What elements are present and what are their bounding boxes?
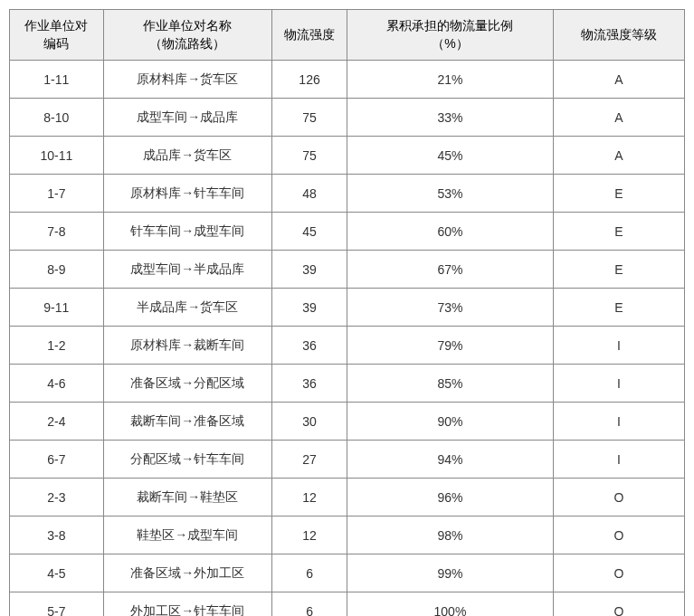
cell-name-text: 裁断车间→鞋垫区 [137, 489, 238, 504]
cell-name-text: 原材料库→货车区 [137, 71, 238, 86]
cell-percent-text: 53% [437, 186, 462, 201]
cell-strength: 12 [272, 516, 347, 554]
cell-strength-text: 75 [302, 148, 317, 163]
cell-percent: 21% [347, 61, 553, 99]
cell-grade-text: E [614, 262, 623, 277]
table-row: 9-11半成品库→货车区3973%E [10, 289, 685, 327]
cell-name-text: 分配区域→针车车间 [130, 451, 244, 466]
cell-percent: 94% [347, 441, 553, 479]
cell-grade-text: E [614, 300, 623, 315]
cell-code: 2-4 [10, 403, 104, 441]
table-row: 3-8鞋垫区→成型车间1298%O [10, 516, 685, 554]
table-row: 8-10成型车间→成品库7533%A [10, 99, 685, 137]
cell-code-text: 10-11 [40, 148, 72, 163]
cell-name: 原材料库→货车区 [103, 61, 272, 99]
cell-name: 成型车间→半成品库 [103, 251, 272, 289]
cell-code: 3-8 [10, 516, 104, 554]
cell-code-text: 7-8 [47, 224, 65, 239]
cell-grade-text: I [617, 452, 621, 467]
cell-percent: 98% [347, 516, 553, 554]
cell-name: 成品库→货车区 [103, 137, 272, 175]
table-row: 4-5准备区域→外加工区699%O [10, 554, 685, 592]
cell-strength: 48 [272, 175, 347, 213]
cell-code-text: 5-7 [47, 604, 65, 616]
cell-strength-text: 45 [302, 224, 317, 239]
header-row: 作业单位对 编码 作业单位对名称 （物流路线） 物流强度 累积承担的物流量比例 … [10, 10, 685, 61]
cell-grade-text: I [617, 414, 621, 429]
table-row: 2-4裁断车间→准备区域3090%I [10, 403, 685, 441]
cell-percent: 53% [347, 175, 553, 213]
header-name-line2: （物流路线） [149, 36, 225, 51]
cell-name: 准备区域→外加工区 [103, 554, 272, 592]
cell-name-text: 外加工区→针车车间 [130, 603, 244, 616]
cell-grade: E [553, 251, 684, 289]
logistics-table: 作业单位对 编码 作业单位对名称 （物流路线） 物流强度 累积承担的物流量比例 … [9, 9, 685, 616]
cell-code-text: 4-5 [47, 566, 65, 581]
cell-name: 原材料库→针车车间 [103, 175, 272, 213]
cell-name-text: 原材料库→裁断车间 [130, 337, 244, 352]
cell-code-text: 1-7 [47, 186, 65, 201]
cell-strength: 6 [272, 592, 347, 616]
cell-name-text: 半成品库→货车区 [137, 299, 238, 314]
cell-grade: O [553, 554, 684, 592]
cell-grade: O [553, 479, 684, 516]
cell-grade-text: O [614, 566, 624, 581]
header-percent-line1: 累积承担的物流量比例 [386, 18, 513, 33]
table-row: 2-3裁断车间→鞋垫区1296%O [10, 479, 685, 516]
cell-name: 原材料库→裁断车间 [103, 327, 272, 365]
cell-percent: 45% [347, 137, 553, 175]
cell-name: 准备区域→分配区域 [103, 365, 272, 403]
cell-percent-text: 67% [437, 262, 462, 277]
cell-strength: 39 [272, 251, 347, 289]
cell-grade: A [553, 61, 684, 99]
cell-percent: 96% [347, 479, 553, 516]
cell-code: 10-11 [10, 137, 104, 175]
cell-code-text: 8-9 [47, 262, 65, 277]
table-row: 4-6准备区域→分配区域3685%I [10, 365, 685, 403]
cell-strength-text: 36 [302, 338, 317, 353]
cell-percent: 67% [347, 251, 553, 289]
header-percent: 累积承担的物流量比例 （%） [347, 10, 553, 61]
cell-percent-text: 98% [437, 528, 462, 543]
cell-grade: E [553, 289, 684, 327]
cell-name-text: 鞋垫区→成型车间 [137, 527, 238, 542]
cell-percent-text: 99% [437, 566, 462, 581]
cell-strength-text: 126 [299, 72, 319, 87]
cell-code: 1-7 [10, 175, 104, 213]
cell-strength: 30 [272, 403, 347, 441]
cell-code-text: 9-11 [43, 300, 69, 315]
cell-strength-text: 30 [302, 414, 317, 429]
cell-percent-text: 96% [437, 490, 462, 505]
cell-name: 裁断车间→准备区域 [103, 403, 272, 441]
cell-grade: E [553, 175, 684, 213]
header-code: 作业单位对 编码 [10, 10, 104, 61]
cell-strength: 36 [272, 327, 347, 365]
cell-percent-text: 73% [437, 300, 462, 315]
table-row: 1-11原材料库→货车区12621%A [10, 61, 685, 99]
cell-strength-text: 6 [306, 604, 313, 616]
table-row: 6-7分配区域→针车车间2794%I [10, 441, 685, 479]
cell-grade: I [553, 365, 684, 403]
cell-strength: 12 [272, 479, 347, 516]
cell-name: 鞋垫区→成型车间 [103, 516, 272, 554]
cell-percent-text: 90% [437, 414, 462, 429]
cell-code-text: 6-7 [47, 452, 65, 467]
cell-grade-text: O [614, 604, 624, 616]
cell-percent: 100% [347, 592, 553, 616]
cell-code-text: 2-4 [47, 414, 65, 429]
cell-strength: 39 [272, 289, 347, 327]
cell-percent-text: 85% [437, 376, 462, 391]
cell-grade-text: O [614, 490, 624, 505]
cell-strength-text: 27 [302, 452, 317, 467]
cell-percent: 73% [347, 289, 553, 327]
table-row: 5-7外加工区→针车车间6100%O [10, 592, 685, 616]
cell-code: 6-7 [10, 441, 104, 479]
cell-strength-text: 12 [302, 528, 317, 543]
cell-percent: 90% [347, 403, 553, 441]
cell-code: 4-5 [10, 554, 104, 592]
table-header: 作业单位对 编码 作业单位对名称 （物流路线） 物流强度 累积承担的物流量比例 … [10, 10, 685, 61]
cell-code: 8-10 [10, 99, 104, 137]
cell-name-text: 原材料库→针车车间 [130, 185, 244, 200]
cell-name-text: 准备区域→外加工区 [130, 565, 244, 580]
cell-code: 1-2 [10, 327, 104, 365]
